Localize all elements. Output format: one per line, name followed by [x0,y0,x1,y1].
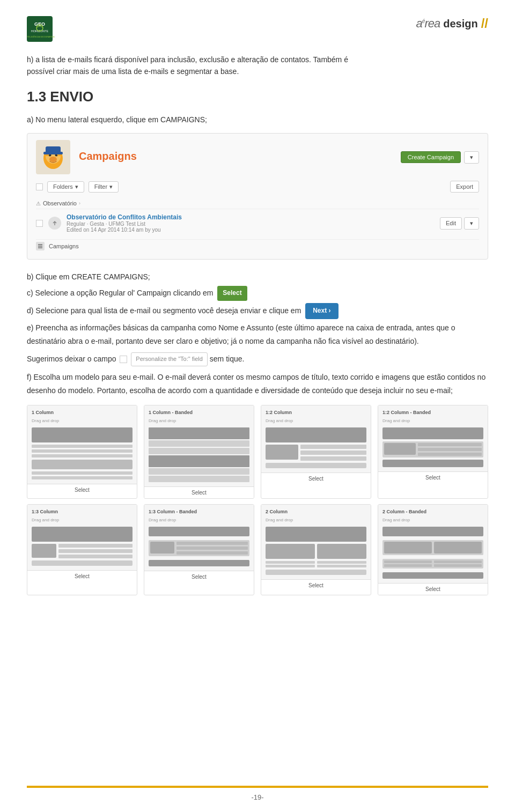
tpl-line [384,564,432,567]
template-1-3-column-banded-select[interactable]: Select [144,571,254,582]
tpl-line [300,456,366,461]
template-1-2-column-banded-label: 1:2 Column - Banded [382,410,483,415]
tpl-lines2 [434,560,482,567]
template-1-column-label: 1 Column [32,410,133,415]
breadcrumb-chevron: › [79,201,80,206]
template-2-column-banded-select[interactable]: Select [378,583,488,595]
tpl-band-row [382,540,483,555]
tpl-line [418,443,482,446]
tpl-lines [384,560,432,567]
to-field-checkbox[interactable] [120,356,127,363]
template-1-2-column-banded-select[interactable]: Select [378,471,488,483]
template-grid-row2: 1:3 Column Drag and drop Select 1:3 Colu [27,504,488,595]
tpl-col-lines [176,542,248,555]
template-1-2-column: 1:2 Column Drag and drop Select [261,405,371,499]
steps-section: b) Clique em CREATE CAMPAIGNS; c) Seleci… [27,270,488,397]
template-grid-row1: 1 Column Drag and drop Select 1 Column [27,405,488,499]
template-1-column-select[interactable]: Select [27,484,137,496]
template-2-column-select[interactable]: Select [261,579,371,591]
tpl-band [149,448,249,454]
tpl-line [32,445,133,448]
campaign-icon [48,217,61,230]
step-sugerimos: Sugerimos deixar o campo Personalize the… [27,352,488,366]
export-button[interactable]: Export [450,181,479,193]
tpl-bottom [382,460,483,467]
tpl-line [176,551,248,555]
template-1-column: 1 Column Drag and drop Select [27,405,137,499]
tpl-top [382,527,483,536]
template-1-column-banded-select[interactable]: Select [144,486,254,498]
template-2-column-banded-label: 2 Column - Banded [382,509,483,514]
campaign-checkbox[interactable] [36,220,43,227]
template-2-column-label: 2 Column [266,509,366,514]
template-1-3-column-select[interactable]: Select [27,570,137,582]
campaigns-nav-icon [36,242,45,250]
tpl-line [266,565,315,567]
breadcrumb-icon: ⚠ [36,201,41,206]
step-e: e) Preencha as informações básicas da ca… [27,321,488,348]
template-1-2-column-select[interactable]: Select [261,473,371,484]
template-1-3-column-sublabel: Drag and drop [32,518,133,522]
template-1-3-column-banded-sublabel: Drag and drop [149,518,249,522]
tpl-line [58,555,133,558]
dropdown-arrow-button[interactable]: ▾ [464,151,479,164]
tpl-col [384,542,432,553]
select-inline-button[interactable]: Select [217,286,247,301]
template-2-column-banded: 2 Column - Banded Drag and drop [378,504,488,595]
template-1-2-column-sublabel: Drag and drop [266,418,366,423]
page-number: -19- [251,793,263,801]
tpl-line [317,561,366,564]
breadcrumb-item: Observatório [43,200,77,206]
tpl-inner-row [384,443,482,456]
mailchimp-mascot [36,140,70,174]
campaign-meta: Regular · Gesta · UFMG Test List Edited … [67,221,435,233]
tpl-col-right [300,445,366,461]
tpl-col-r [317,544,366,559]
folders-button[interactable]: Folders ▾ [47,181,84,193]
tpl-bottom [32,560,133,566]
select-all-checkbox[interactable] [36,183,43,190]
tpl-line [317,565,366,567]
svg-rect-13 [43,152,63,154]
edit-button[interactable]: Edit [440,217,462,230]
tpl-line [32,471,133,475]
template-1-3-column-banded: 1:3 Column - Banded Drag and drop Sel [144,504,254,595]
tpl-line [32,454,133,457]
tpl-bottom [382,572,483,579]
template-1-2-column-label: 1:2 Column [266,410,366,415]
tpl-top [32,527,133,542]
create-campaign-button[interactable]: Create Campaign [401,151,461,163]
tpl-two-cols [266,445,366,461]
tpl-top [266,527,366,542]
template-1-column-banded-label: 1 Column - Banded [149,410,249,415]
svg-rect-16 [38,246,42,247]
tpl-inner [150,542,248,555]
tpl-col2 [434,542,482,553]
template-1-2-column-banded-preview: 1:2 Column - Banded Drag and drop [378,405,488,471]
tpl-col [384,443,416,455]
edit-dropdown-button[interactable]: ▾ [464,217,479,230]
tpl-col [32,544,56,558]
tpl-top [149,527,249,536]
svg-text:INTELIGÊNCIA GEOGRÁFICA: INTELIGÊNCIA GEOGRÁFICA [27,35,55,38]
campaign-name: Observatório de Conflitos Ambientais [67,213,435,221]
campaign-info: Observatório de Conflitos Ambientais Reg… [67,213,435,233]
filter-button[interactable]: Filter ▾ [89,181,119,193]
tpl-line [32,449,133,453]
tpl-two-banded [384,542,482,553]
tpl-two-lines [266,561,366,567]
campaigns-page-title: Campaigns [79,150,392,163]
template-1-3-column: 1:3 Column Drag and drop Select [27,504,137,595]
tpl-lines-l [266,561,315,567]
tpl-col-l [266,544,315,559]
template-1-3-column-preview: 1:3 Column Drag and drop [27,505,137,570]
geo-horizonte-logo: GEO HORIZONTE INTELIGÊNCIA GEOGRÁFICA [27,16,86,43]
tpl-band [149,440,249,447]
campaign-actions: Edit ▾ [440,217,479,230]
tpl-col-lines [418,443,482,456]
tpl-bottom [266,570,366,575]
template-1-3-column-banded-label: 1:3 Column - Banded [149,509,249,514]
tpl-line [32,476,133,479]
next-inline-button[interactable]: Next › [305,303,338,319]
page-footer: -19- [27,787,488,801]
